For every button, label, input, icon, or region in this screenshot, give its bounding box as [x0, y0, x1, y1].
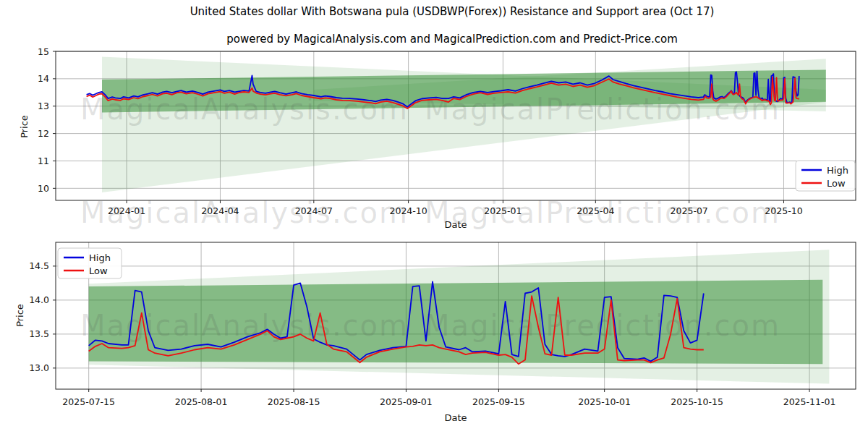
- y-tick-label: 11: [38, 156, 49, 166]
- legend-low-label: Low: [827, 178, 846, 189]
- figure: United States dollar With Botswana pula …: [0, 0, 868, 434]
- x-tick-label: 2024-04: [201, 205, 239, 216]
- x-tick-label: 2025-07: [671, 205, 708, 216]
- legend-high-label: High: [827, 165, 848, 176]
- x-tick-label: 2025-11-01: [783, 396, 836, 407]
- x-tick-label: 2024-10: [389, 205, 427, 216]
- y-tick-label: 10: [38, 183, 49, 194]
- y-tick-label: 14: [38, 73, 49, 84]
- y-axis-label: Price: [19, 115, 30, 138]
- y-tick-label: 14.5: [29, 260, 49, 271]
- legend-high-label: High: [89, 252, 111, 263]
- x-tick-label: 2025-07-15: [62, 396, 115, 407]
- x-tick-label: 2025-10: [765, 205, 802, 216]
- x-tick-label: 2025-08-15: [268, 396, 320, 407]
- y-tick-label: 14.0: [29, 294, 49, 305]
- x-tick-label: 2025-01: [484, 205, 522, 216]
- x-tick-label: 2025-09-15: [472, 396, 525, 407]
- y-tick-label: 15: [38, 46, 49, 57]
- x-tick-label: 2025-10-01: [578, 396, 631, 407]
- y-tick-label: 13: [38, 101, 49, 111]
- x-tick-label: 2025-10-15: [671, 396, 723, 407]
- x-tick-label: 2025-08-01: [175, 396, 228, 407]
- x-tick-label: 2025-09-01: [380, 396, 433, 407]
- watermark-text-top-chart: MagicalPrediction.com: [425, 93, 780, 126]
- x-axis-label: Date: [444, 219, 467, 230]
- y-axis-label: Price: [14, 304, 25, 327]
- x-tick-label: 2024-01: [108, 205, 145, 216]
- y-tick-label: 13.0: [29, 362, 49, 373]
- x-tick-label: 2024-07: [295, 205, 333, 216]
- legend-low-label: Low: [89, 265, 108, 276]
- charts-canvas: MagicalAnalysis.comMagicalPrediction.com…: [0, 0, 868, 434]
- y-tick-label: 12: [38, 128, 49, 139]
- x-axis-label: Date: [444, 412, 467, 423]
- x-tick-label: 2025-04: [576, 205, 614, 216]
- y-tick-label: 13.5: [29, 328, 49, 339]
